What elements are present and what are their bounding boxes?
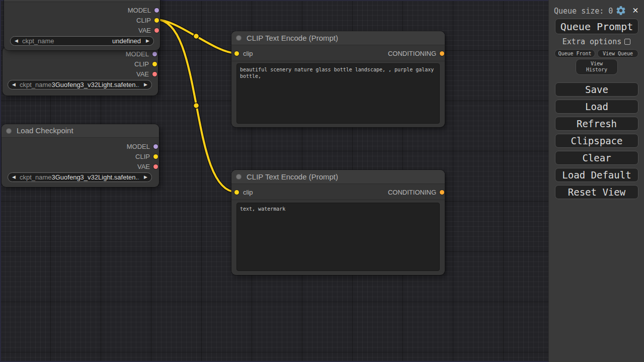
- clip-input-dot[interactable]: [234, 51, 239, 56]
- widget-value: 3Guofeng3_v32Light.safeten…: [52, 81, 139, 88]
- combo-next-icon[interactable]: ▶: [146, 39, 149, 43]
- node-title-bar[interactable]: CLIP Text Encode (Prompt): [231, 31, 445, 45]
- output-slot-model[interactable]: MODEL: [4, 6, 160, 15]
- load-button[interactable]: Load: [555, 100, 638, 114]
- queue-prompt-button[interactable]: Queue Prompt: [555, 19, 638, 34]
- slot-separator: [231, 200, 445, 200]
- widget-value: 3Guofeng3_v32Light.safeten…: [52, 173, 139, 181]
- graph-canvas[interactable]: MODEL CLIP VAE ◀ ckpt_name 3Guofeng3_v32…: [0, 0, 548, 362]
- model-slot-dot[interactable]: [152, 52, 157, 56]
- output-slot-model[interactable]: MODEL: [3, 49, 158, 58]
- input-slot-clip[interactable]: clip: [231, 49, 338, 58]
- combo-next-icon[interactable]: ▶: [144, 175, 147, 179]
- node-title-bar[interactable]: Load Checkpoint: [2, 124, 159, 138]
- load-default-button[interactable]: Load Default: [555, 168, 638, 182]
- extra-options-row: Extra options: [549, 38, 644, 46]
- node-title: CLIP Text Encode (Prompt): [247, 34, 338, 42]
- wire-midpoint-dot: [194, 34, 199, 39]
- output-slot-vae[interactable]: VAE: [3, 69, 158, 78]
- output-slot-clip[interactable]: CLIP: [4, 16, 160, 25]
- gear-icon: [615, 5, 626, 16]
- slot-label: CLIP: [134, 60, 149, 68]
- widget-name: ckpt_name: [20, 81, 52, 88]
- conditioning-slot-dot[interactable]: [440, 190, 444, 195]
- output-slot-conditioning[interactable]: CONDITIONING: [338, 49, 445, 58]
- model-slot-dot[interactable]: [153, 144, 158, 149]
- close-menu-button[interactable]: ✕: [630, 4, 641, 15]
- collapse-dot-icon[interactable]: [236, 174, 242, 179]
- node-title: CLIP Text Encode (Prompt): [247, 172, 338, 181]
- slot-label: CLIP: [136, 17, 151, 24]
- ckpt-name-combo-widget[interactable]: ◀ ckpt_name undefined ▶: [10, 36, 154, 46]
- output-slot-vae[interactable]: VAE: [4, 26, 160, 35]
- reset-view-button[interactable]: Reset View: [555, 185, 638, 199]
- output-slot-model[interactable]: MODEL: [2, 142, 159, 151]
- node-checkpoint-loader-top[interactable]: MODEL CLIP VAE ◀ ckpt_name undefined ▶: [4, 0, 160, 50]
- slot-label: VAE: [136, 70, 149, 78]
- model-slot-dot[interactable]: [154, 8, 159, 13]
- slot-label: MODEL: [127, 143, 150, 150]
- output-slot-clip[interactable]: CLIP: [2, 152, 159, 161]
- combo-prev-icon[interactable]: ◀: [12, 175, 16, 179]
- node-title-bar[interactable]: CLIP Text Encode (Prompt): [231, 170, 445, 184]
- settings-button[interactable]: [615, 5, 626, 16]
- save-button[interactable]: Save: [555, 82, 638, 97]
- clip-slot-dot[interactable]: [153, 154, 158, 159]
- widget-name: ckpt_name: [20, 173, 52, 181]
- slot-label: VAE: [138, 27, 151, 34]
- slot-label: MODEL: [128, 7, 151, 14]
- node-title: Load Checkpoint: [17, 126, 73, 135]
- extra-options-checkbox[interactable]: [624, 39, 630, 45]
- widget-value: undefined: [112, 37, 141, 45]
- clip-slot-dot[interactable]: [154, 18, 159, 23]
- clip-slot-dot[interactable]: [152, 62, 157, 66]
- slot-label: CONDITIONING: [388, 189, 436, 196]
- output-slot-clip[interactable]: CLIP: [3, 59, 158, 68]
- prompt-textarea[interactable]: text, watermark: [236, 203, 440, 271]
- widget-name: ckpt_name: [22, 37, 54, 45]
- vae-slot-dot[interactable]: [152, 72, 157, 76]
- combo-next-icon[interactable]: ▶: [144, 82, 147, 87]
- collapse-dot-icon[interactable]: [6, 128, 12, 134]
- node-checkpoint-loader-mid[interactable]: MODEL CLIP VAE ◀ ckpt_name 3Guofeng3_v32…: [3, 47, 158, 96]
- ckpt-name-combo-widget[interactable]: ◀ ckpt_name 3Guofeng3_v32Light.safeten… …: [8, 80, 152, 89]
- clear-button[interactable]: Clear: [555, 151, 638, 165]
- ckpt-name-combo-widget[interactable]: ◀ ckpt_name 3Guofeng3_v32Light.safeten… …: [8, 172, 152, 182]
- slot-label: VAE: [137, 163, 150, 170]
- slot-label: MODEL: [126, 50, 149, 58]
- comfy-menu: Queue size: 0 ✕ Queue Prompt Extra optio…: [548, 0, 644, 362]
- slot-label: CLIP: [135, 153, 150, 160]
- queue-size-label: Queue size: 0: [554, 7, 613, 16]
- node-load-checkpoint[interactable]: Load Checkpoint MODEL CLIP VAE ◀ ckpt_na…: [2, 124, 159, 187]
- combo-prev-icon[interactable]: ◀: [12, 82, 16, 87]
- comfyui-app: MODEL CLIP VAE ◀ ckpt_name 3Guofeng3_v32…: [0, 0, 644, 362]
- vae-slot-dot[interactable]: [153, 164, 158, 169]
- output-slot-conditioning[interactable]: CONDITIONING: [338, 188, 445, 197]
- slot-separator: [231, 61, 445, 61]
- close-icon: ✕: [632, 4, 638, 15]
- conditioning-slot-dot[interactable]: [440, 51, 444, 56]
- prompt-textarea[interactable]: beautiful scenery nature glass bottle la…: [236, 63, 440, 124]
- input-slot-clip[interactable]: clip: [231, 188, 338, 197]
- extra-options-label: Extra options: [562, 37, 621, 46]
- node-title-bar[interactable]: [4, 0, 160, 2]
- collapse-dot-icon[interactable]: [236, 35, 242, 41]
- view-queue-button[interactable]: View Queue: [597, 49, 638, 58]
- vae-slot-dot[interactable]: [154, 28, 159, 33]
- wire-midpoint-dot: [194, 103, 199, 109]
- queue-front-button[interactable]: Queue Front: [554, 49, 595, 58]
- slot-label: CONDITIONING: [388, 50, 436, 57]
- node-clip-text-encode-positive[interactable]: CLIP Text Encode (Prompt) clip CONDITION…: [231, 31, 445, 127]
- refresh-button[interactable]: Refresh: [555, 117, 638, 131]
- slot-label: clip: [243, 189, 253, 196]
- clipspace-button[interactable]: Clipspace: [555, 134, 638, 148]
- view-history-button[interactable]: View History: [576, 59, 618, 75]
- clip-input-dot[interactable]: [234, 190, 239, 195]
- output-slot-vae[interactable]: VAE: [2, 162, 159, 171]
- slot-label: clip: [243, 50, 253, 57]
- combo-prev-icon[interactable]: ◀: [15, 39, 18, 43]
- node-clip-text-encode-negative[interactable]: CLIP Text Encode (Prompt) clip CONDITION…: [231, 170, 445, 275]
